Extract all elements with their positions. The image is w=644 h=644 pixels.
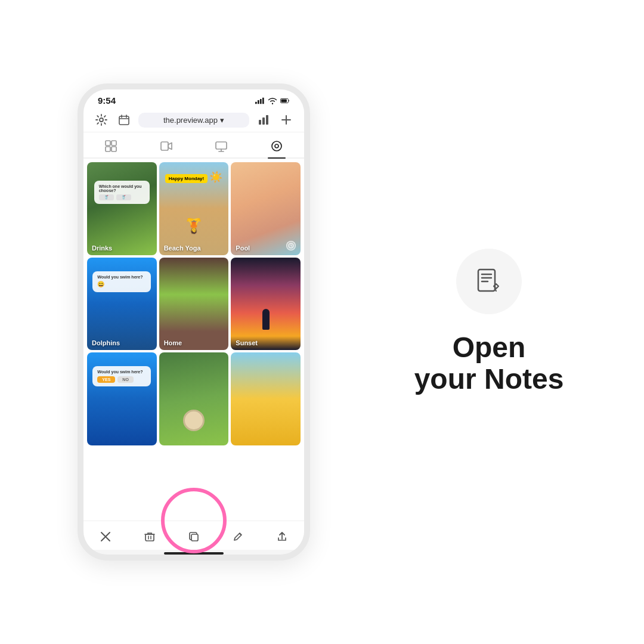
svg-rect-7 [119,116,129,125]
notes-icon-container [456,249,522,314]
grid-item-underwater[interactable]: Would you swim here? YES NO [87,352,157,445]
trash-button[interactable] [139,526,160,547]
chart-icon[interactable] [255,112,272,128]
app-tabs [83,132,304,159]
svg-rect-1 [258,100,259,104]
grid-item-sunset[interactable]: Sunset [231,258,301,351]
drinks-poll: Which one would you choose? 🥤 🥤 [94,181,150,204]
svg-rect-15 [161,142,168,150]
browser-toolbar: the.preview.app ▾ [83,108,304,132]
url-text: the.preview.app [163,116,218,125]
tab-tv[interactable] [203,137,240,155]
poll-buttons: YES NO [97,376,146,383]
bottom-toolbar [83,521,304,550]
happy-monday-sticker: Happy Monday! [165,174,208,183]
close-button[interactable] [95,526,116,547]
right-panel: Open your Notes [310,249,644,395]
sunset-label: Sunset [236,339,258,346]
battery-icon [280,97,290,104]
grid-item-pool[interactable]: Pool [231,162,301,255]
cta-line2: your Notes [414,364,564,395]
sun-sticker: ☀️ [209,171,222,184]
photo-grid: Which one would you choose? 🥤 🥤 Drinks H… [87,162,301,445]
svg-point-6 [100,118,103,122]
svg-rect-8 [259,120,261,125]
svg-rect-10 [266,115,268,125]
poll-no: NO [117,376,134,383]
svg-rect-3 [262,97,264,104]
browser-url-bar[interactable]: the.preview.app ▾ [138,113,249,128]
svg-rect-11 [106,141,110,145]
drinks-label: Drinks [92,244,112,252]
edit-button[interactable] [227,526,249,547]
svg-rect-14 [112,147,116,151]
photo-grid-container: Which one would you choose? 🥤 🥤 Drinks H… [83,159,304,521]
svg-rect-0 [255,101,257,104]
svg-rect-13 [106,147,110,151]
grid-item-sunflower[interactable] [231,352,301,445]
svg-point-18 [275,144,278,148]
home-label: Home [164,339,182,346]
share-button[interactable] [271,526,293,547]
svg-rect-22 [191,534,198,541]
status-icons [255,97,290,104]
plus-icon[interactable] [278,112,295,128]
svg-rect-12 [112,141,116,145]
signal-bars-icon [255,97,265,104]
cta-text: Open your Notes [414,332,564,395]
beach-yoga-label: Beach Yoga [164,244,201,252]
status-time: 9:54 [98,95,116,106]
copy-button[interactable] [183,526,205,547]
svg-rect-20 [145,534,154,541]
settings-icon[interactable] [93,112,110,128]
svg-rect-5 [281,99,286,102]
wifi-icon [268,97,277,104]
tab-video[interactable] [148,137,185,155]
clock-icon [286,241,296,250]
tab-grid[interactable] [92,137,129,155]
dolphins-poll: Would you swim here? 😄 [92,271,151,292]
grid-item-home[interactable]: Home [159,258,229,351]
underwater-poll: Would you swim here? YES NO [92,366,151,386]
scene: 9:54 [0,0,644,644]
svg-rect-9 [262,117,265,125]
svg-rect-23 [478,270,495,291]
svg-rect-16 [216,142,227,149]
calendar-icon[interactable] [116,112,132,128]
cta-line1: Open [414,332,564,364]
phone-mockup: 9:54 [78,83,310,561]
svg-point-17 [272,141,281,151]
status-bar: 9:54 [83,89,304,108]
svg-rect-2 [260,98,262,103]
poll-yes: YES [97,376,115,383]
grid-item-dolphins[interactable]: Would you swim here? 😄 Dolphins [87,258,157,351]
dolphins-label: Dolphins [92,339,120,346]
grid-item-drinks[interactable]: Which one would you choose? 🥤 🥤 Drinks [87,162,157,255]
pool-label: Pool [236,244,250,252]
grid-item-beach-yoga[interactable]: Happy Monday! ☀️ 🧘 Beach Yoga [159,162,229,255]
edit-note-icon [473,266,504,297]
tab-circle[interactable] [258,137,295,155]
home-indicator [164,552,224,555]
grid-item-palm[interactable] [159,352,229,445]
url-chevron: ▾ [220,116,224,125]
